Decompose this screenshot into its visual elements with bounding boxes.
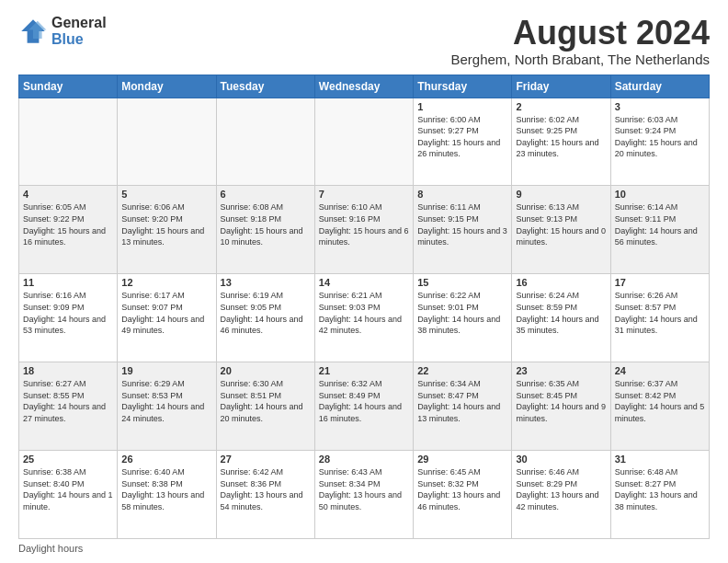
- month-title: August 2024: [450, 15, 710, 52]
- calendar-cell: 15Sunrise: 6:22 AM Sunset: 9:01 PM Dayli…: [414, 274, 512, 362]
- title-block: August 2024 Berghem, North Brabant, The …: [450, 15, 710, 67]
- calendar-cell: [216, 98, 314, 186]
- col-friday: Friday: [512, 75, 610, 98]
- col-monday: Monday: [118, 75, 216, 98]
- footer-note: Daylight hours: [18, 543, 710, 554]
- calendar-week-4: 18Sunrise: 6:27 AM Sunset: 8:55 PM Dayli…: [19, 362, 710, 451]
- day-number: 10: [615, 189, 705, 200]
- day-detail: Sunrise: 6:43 AM Sunset: 8:34 PM Dayligh…: [319, 466, 409, 512]
- calendar-cell: 11Sunrise: 6:16 AM Sunset: 9:09 PM Dayli…: [19, 274, 118, 362]
- calendar-cell: 28Sunrise: 6:43 AM Sunset: 8:34 PM Dayli…: [314, 451, 413, 539]
- calendar-cell: 14Sunrise: 6:21 AM Sunset: 9:03 PM Dayli…: [314, 274, 413, 362]
- calendar-cell: 18Sunrise: 6:27 AM Sunset: 8:55 PM Dayli…: [19, 362, 118, 451]
- calendar-cell: 21Sunrise: 6:32 AM Sunset: 8:49 PM Dayli…: [314, 362, 413, 451]
- calendar-cell: 7Sunrise: 6:10 AM Sunset: 9:16 PM Daylig…: [314, 186, 413, 274]
- day-number: 15: [417, 277, 507, 288]
- calendar-week-5: 25Sunrise: 6:38 AM Sunset: 8:40 PM Dayli…: [19, 451, 710, 539]
- calendar-cell: 22Sunrise: 6:34 AM Sunset: 8:47 PM Dayli…: [414, 362, 512, 451]
- day-number: 9: [516, 189, 606, 200]
- calendar-header-row: Sunday Monday Tuesday Wednesday Thursday…: [19, 75, 710, 98]
- logo: General Blue: [18, 15, 107, 47]
- location: Berghem, North Brabant, The Netherlands: [450, 52, 710, 67]
- day-detail: Sunrise: 6:45 AM Sunset: 8:32 PM Dayligh…: [417, 466, 507, 512]
- day-detail: Sunrise: 6:30 AM Sunset: 8:51 PM Dayligh…: [221, 378, 311, 424]
- day-number: 16: [516, 277, 606, 288]
- day-detail: Sunrise: 6:27 AM Sunset: 8:55 PM Dayligh…: [23, 378, 113, 424]
- day-detail: Sunrise: 6:02 AM Sunset: 9:25 PM Dayligh…: [516, 114, 606, 160]
- day-number: 7: [319, 189, 409, 200]
- col-tuesday: Tuesday: [216, 75, 314, 98]
- day-number: 29: [417, 454, 507, 465]
- day-number: 12: [121, 277, 211, 288]
- col-sunday: Sunday: [19, 75, 118, 98]
- calendar: Sunday Monday Tuesday Wednesday Thursday…: [18, 75, 710, 539]
- col-saturday: Saturday: [610, 75, 709, 98]
- day-number: 19: [121, 365, 211, 376]
- day-detail: Sunrise: 6:22 AM Sunset: 9:01 PM Dayligh…: [417, 290, 507, 336]
- col-thursday: Thursday: [414, 75, 512, 98]
- day-number: 4: [23, 189, 113, 200]
- logo-blue-text: Blue: [51, 31, 107, 48]
- calendar-cell: 26Sunrise: 6:40 AM Sunset: 8:38 PM Dayli…: [118, 451, 216, 539]
- calendar-cell: 24Sunrise: 6:37 AM Sunset: 8:42 PM Dayli…: [610, 362, 709, 451]
- day-detail: Sunrise: 6:16 AM Sunset: 9:09 PM Dayligh…: [23, 290, 113, 336]
- calendar-cell: 5Sunrise: 6:06 AM Sunset: 9:20 PM Daylig…: [118, 186, 216, 274]
- col-wednesday: Wednesday: [314, 75, 413, 98]
- calendar-cell: [118, 98, 216, 186]
- day-detail: Sunrise: 6:06 AM Sunset: 9:20 PM Dayligh…: [121, 201, 211, 247]
- day-detail: Sunrise: 6:42 AM Sunset: 8:36 PM Dayligh…: [221, 466, 311, 512]
- day-detail: Sunrise: 6:26 AM Sunset: 8:57 PM Dayligh…: [615, 290, 705, 336]
- day-detail: Sunrise: 6:08 AM Sunset: 9:18 PM Dayligh…: [221, 201, 311, 247]
- day-number: 13: [221, 277, 311, 288]
- calendar-cell: 3Sunrise: 6:03 AM Sunset: 9:24 PM Daylig…: [610, 98, 709, 186]
- calendar-cell: 8Sunrise: 6:11 AM Sunset: 9:15 PM Daylig…: [414, 186, 512, 274]
- day-number: 31: [615, 454, 705, 465]
- day-number: 28: [319, 454, 409, 465]
- calendar-week-3: 11Sunrise: 6:16 AM Sunset: 9:09 PM Dayli…: [19, 274, 710, 362]
- day-number: 5: [121, 189, 211, 200]
- day-number: 25: [23, 454, 113, 465]
- calendar-cell: 13Sunrise: 6:19 AM Sunset: 9:05 PM Dayli…: [216, 274, 314, 362]
- day-number: 3: [615, 101, 705, 112]
- day-detail: Sunrise: 6:37 AM Sunset: 8:42 PM Dayligh…: [615, 378, 705, 424]
- day-detail: Sunrise: 6:05 AM Sunset: 9:22 PM Dayligh…: [23, 201, 113, 247]
- calendar-cell: 23Sunrise: 6:35 AM Sunset: 8:45 PM Dayli…: [512, 362, 610, 451]
- day-detail: Sunrise: 6:10 AM Sunset: 9:16 PM Dayligh…: [319, 201, 409, 247]
- calendar-cell: 6Sunrise: 6:08 AM Sunset: 9:18 PM Daylig…: [216, 186, 314, 274]
- day-number: 30: [516, 454, 606, 465]
- calendar-cell: 12Sunrise: 6:17 AM Sunset: 9:07 PM Dayli…: [118, 274, 216, 362]
- day-number: 26: [121, 454, 211, 465]
- day-detail: Sunrise: 6:29 AM Sunset: 8:53 PM Dayligh…: [121, 378, 211, 424]
- day-detail: Sunrise: 6:19 AM Sunset: 9:05 PM Dayligh…: [221, 290, 311, 336]
- calendar-week-2: 4Sunrise: 6:05 AM Sunset: 9:22 PM Daylig…: [19, 186, 710, 274]
- calendar-cell: 16Sunrise: 6:24 AM Sunset: 8:59 PM Dayli…: [512, 274, 610, 362]
- calendar-cell: 2Sunrise: 6:02 AM Sunset: 9:25 PM Daylig…: [512, 98, 610, 186]
- day-number: 22: [417, 365, 507, 376]
- calendar-cell: [19, 98, 118, 186]
- day-detail: Sunrise: 6:14 AM Sunset: 9:11 PM Dayligh…: [615, 201, 705, 247]
- calendar-cell: 17Sunrise: 6:26 AM Sunset: 8:57 PM Dayli…: [610, 274, 709, 362]
- calendar-cell: 25Sunrise: 6:38 AM Sunset: 8:40 PM Dayli…: [19, 451, 118, 539]
- calendar-cell: 29Sunrise: 6:45 AM Sunset: 8:32 PM Dayli…: [414, 451, 512, 539]
- day-detail: Sunrise: 6:48 AM Sunset: 8:27 PM Dayligh…: [615, 466, 705, 512]
- day-detail: Sunrise: 6:38 AM Sunset: 8:40 PM Dayligh…: [23, 466, 113, 512]
- day-detail: Sunrise: 6:35 AM Sunset: 8:45 PM Dayligh…: [516, 378, 606, 424]
- day-number: 17: [615, 277, 705, 288]
- calendar-cell: 9Sunrise: 6:13 AM Sunset: 9:13 PM Daylig…: [512, 186, 610, 274]
- day-number: 6: [221, 189, 311, 200]
- calendar-week-1: 1Sunrise: 6:00 AM Sunset: 9:27 PM Daylig…: [19, 98, 710, 186]
- day-number: 21: [319, 365, 409, 376]
- calendar-cell: 31Sunrise: 6:48 AM Sunset: 8:27 PM Dayli…: [610, 451, 709, 539]
- day-detail: Sunrise: 6:34 AM Sunset: 8:47 PM Dayligh…: [417, 378, 507, 424]
- day-detail: Sunrise: 6:17 AM Sunset: 9:07 PM Dayligh…: [121, 290, 211, 336]
- day-detail: Sunrise: 6:13 AM Sunset: 9:13 PM Dayligh…: [516, 201, 606, 247]
- day-number: 14: [319, 277, 409, 288]
- day-number: 24: [615, 365, 705, 376]
- calendar-cell: 30Sunrise: 6:46 AM Sunset: 8:29 PM Dayli…: [512, 451, 610, 539]
- calendar-cell: 10Sunrise: 6:14 AM Sunset: 9:11 PM Dayli…: [610, 186, 709, 274]
- day-detail: Sunrise: 6:40 AM Sunset: 8:38 PM Dayligh…: [121, 466, 211, 512]
- day-number: 2: [516, 101, 606, 112]
- page: General Blue August 2024 Berghem, North …: [0, 0, 728, 563]
- calendar-cell: 19Sunrise: 6:29 AM Sunset: 8:53 PM Dayli…: [118, 362, 216, 451]
- calendar-cell: [314, 98, 413, 186]
